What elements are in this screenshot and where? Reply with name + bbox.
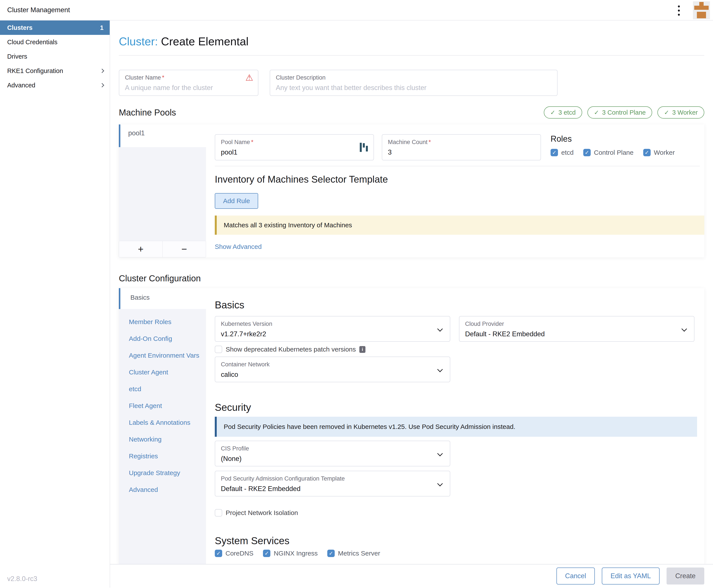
checkbox-checked-icon bbox=[583, 149, 591, 156]
check-icon bbox=[664, 109, 669, 116]
sidebar-item-advanced[interactable]: Advanced bbox=[0, 78, 110, 92]
cancel-button[interactable]: Cancel bbox=[556, 568, 595, 585]
security-heading: Security bbox=[215, 401, 704, 413]
config-tab-fleet-agent[interactable]: Fleet Agent bbox=[129, 402, 206, 410]
config-tab-labels-annotations[interactable]: Labels & Annotations bbox=[129, 419, 206, 426]
checkbox-checked-icon bbox=[215, 550, 222, 557]
machine-count-field[interactable]: Machine Count* 3 bbox=[382, 134, 541, 161]
config-tab-registries[interactable]: Registries bbox=[129, 453, 206, 460]
chevron-right-icon bbox=[100, 69, 104, 73]
cluster-configuration-panel: Basics Member Roles Add-On Config Agent … bbox=[119, 288, 704, 564]
cis-profile-value: (None) bbox=[221, 455, 444, 463]
deprecated-versions-checkbox[interactable] bbox=[215, 345, 222, 353]
pool-name-field[interactable]: Pool Name* pool1 bbox=[215, 134, 374, 161]
project-network-isolation-checkbox[interactable] bbox=[215, 509, 222, 517]
kubernetes-version-value: v1.27.7+rke2r2 bbox=[221, 330, 444, 338]
checkbox-checked-icon bbox=[327, 550, 335, 557]
checkbox-checked-icon bbox=[551, 149, 558, 156]
inventory-selector-heading: Inventory of Machines Selector Template bbox=[215, 174, 704, 185]
deprecated-versions-label: Show deprecated Kubernetes patch version… bbox=[226, 345, 356, 353]
config-tab-member-roles[interactable]: Member Roles bbox=[129, 318, 206, 326]
info-icon[interactable]: i bbox=[359, 346, 365, 353]
add-pool-button[interactable]: + bbox=[119, 241, 163, 257]
kubernetes-version-select[interactable]: Kubernetes Version v1.27.7+rke2r2 bbox=[215, 316, 450, 342]
remove-pool-button[interactable]: − bbox=[163, 241, 206, 257]
brush-icon bbox=[699, 2, 704, 6]
cluster-name-field[interactable]: Cluster Name* A unique name for the clus… bbox=[119, 70, 258, 96]
container-network-label: Container Network bbox=[221, 361, 444, 368]
sidebar-item-rke1-configuration[interactable]: RKE1 Configuration bbox=[0, 64, 110, 78]
cluster-name-label: Cluster Name bbox=[125, 74, 161, 81]
config-tab-basics[interactable]: Basics bbox=[119, 288, 206, 309]
clusters-count-badge: 1 bbox=[100, 24, 104, 31]
service-checkbox-metrics-server[interactable]: Metrics Server bbox=[327, 550, 380, 557]
service-checkbox-coredns[interactable]: CoreDNS bbox=[215, 550, 253, 557]
psa-template-label: Pod Security Admission Configuration Tem… bbox=[221, 475, 444, 482]
pool-divider bbox=[215, 166, 700, 166]
container-network-value: calico bbox=[221, 371, 444, 379]
etcd-count-badge: 3 etcd bbox=[544, 106, 582, 119]
cis-profile-select[interactable]: CIS Profile (None) bbox=[215, 441, 450, 466]
pool-tab-pool1[interactable]: pool1 bbox=[119, 124, 206, 147]
pool-add-remove-controls: + − bbox=[119, 241, 206, 257]
chevron-right-icon bbox=[100, 83, 104, 87]
role-checkbox-control-plane[interactable]: Control Plane bbox=[583, 149, 634, 156]
kebab-menu-icon[interactable] bbox=[678, 5, 680, 16]
config-tab-strip: Basics Member Roles Add-On Config Agent … bbox=[119, 288, 206, 564]
warning-icon: ⚠ bbox=[245, 73, 253, 82]
role-checkbox-worker[interactable]: Worker bbox=[643, 149, 675, 156]
roles-heading: Roles bbox=[551, 134, 675, 144]
action-footer: Cancel Edit as YAML Create bbox=[110, 564, 713, 588]
edit-as-yaml-button[interactable]: Edit as YAML bbox=[602, 568, 659, 585]
required-asterisk: * bbox=[251, 139, 253, 145]
config-tab-cluster-agent[interactable]: Cluster Agent bbox=[129, 369, 206, 376]
roles-section: Roles etcd Control Plane bbox=[551, 134, 675, 161]
machine-count-label: Machine Count bbox=[388, 139, 428, 145]
cloud-provider-value: Default - RKE2 Embedded bbox=[465, 330, 688, 338]
basics-heading: Basics bbox=[215, 299, 704, 311]
worker-count-badge: 3 Worker bbox=[657, 106, 704, 119]
version-label: v2.8.0-rc3 bbox=[7, 575, 37, 583]
sidebar-item-cloud-credentials[interactable]: Cloud Credentials bbox=[0, 35, 110, 49]
cis-profile-label: CIS Profile bbox=[221, 445, 444, 452]
sidebar-item-drivers[interactable]: Drivers bbox=[0, 49, 110, 64]
create-button[interactable]: Create bbox=[667, 568, 704, 585]
machine-count-value: 3 bbox=[388, 148, 535, 156]
config-content: Basics Kubernetes Version v1.27.7+rke2r2… bbox=[206, 288, 704, 564]
checkbox-checked-icon bbox=[263, 550, 270, 557]
page-title-prefix-link[interactable]: Cluster: bbox=[119, 35, 158, 48]
check-icon bbox=[594, 109, 599, 116]
config-tab-etcd[interactable]: etcd bbox=[129, 385, 206, 393]
sidebar: Clusters 1 Cloud Credentials Drivers RKE… bbox=[0, 20, 110, 588]
required-asterisk: * bbox=[429, 139, 431, 145]
pool-name-value: pool1 bbox=[221, 148, 368, 156]
pod-security-info-banner: Pod Security Policies have been removed … bbox=[215, 417, 697, 437]
config-tab-networking[interactable]: Networking bbox=[129, 436, 206, 443]
title-divider bbox=[119, 55, 704, 56]
app-title: Cluster Management bbox=[7, 6, 70, 14]
service-checkbox-nginx-ingress[interactable]: NGINX Ingress bbox=[263, 550, 318, 557]
container-network-select[interactable]: Container Network calico bbox=[215, 357, 450, 382]
config-tab-upgrade-strategy[interactable]: Upgrade Strategy bbox=[129, 469, 206, 477]
pool-name-label: Pool Name bbox=[221, 139, 250, 145]
show-advanced-link[interactable]: Show Advanced bbox=[215, 243, 262, 250]
user-avatar[interactable] bbox=[693, 1, 710, 19]
cloud-provider-label: Cloud Provider bbox=[465, 320, 688, 327]
config-tab-agent-environment-vars[interactable]: Agent Environment Vars bbox=[129, 352, 206, 359]
psa-template-value: Default - RKE2 Embedded bbox=[221, 485, 444, 493]
psa-template-select[interactable]: Pod Security Admission Configuration Tem… bbox=[215, 471, 450, 497]
role-checkbox-etcd[interactable]: etcd bbox=[551, 149, 574, 156]
pool-content: Pool Name* pool1 Machine Count* 3 Roles bbox=[206, 124, 704, 257]
sidebar-item-clusters[interactable]: Clusters 1 bbox=[0, 20, 110, 35]
cluster-name-placeholder: A unique name for the cluster bbox=[125, 84, 252, 92]
top-bar: Cluster Management bbox=[0, 0, 713, 20]
randomize-name-icon[interactable] bbox=[360, 143, 368, 152]
config-tab-add-on-config[interactable]: Add-On Config bbox=[129, 335, 206, 342]
control-plane-count-badge: 3 Control Plane bbox=[587, 106, 652, 119]
cluster-description-field[interactable]: Cluster Description Any text you want th… bbox=[270, 70, 557, 96]
cluster-description-label: Cluster Description bbox=[276, 74, 551, 81]
config-tab-advanced[interactable]: Advanced bbox=[129, 486, 206, 493]
kubernetes-version-label: Kubernetes Version bbox=[221, 320, 444, 327]
cloud-provider-select[interactable]: Cloud Provider Default - RKE2 Embedded bbox=[459, 316, 694, 342]
add-rule-button[interactable]: Add Rule bbox=[215, 193, 258, 209]
